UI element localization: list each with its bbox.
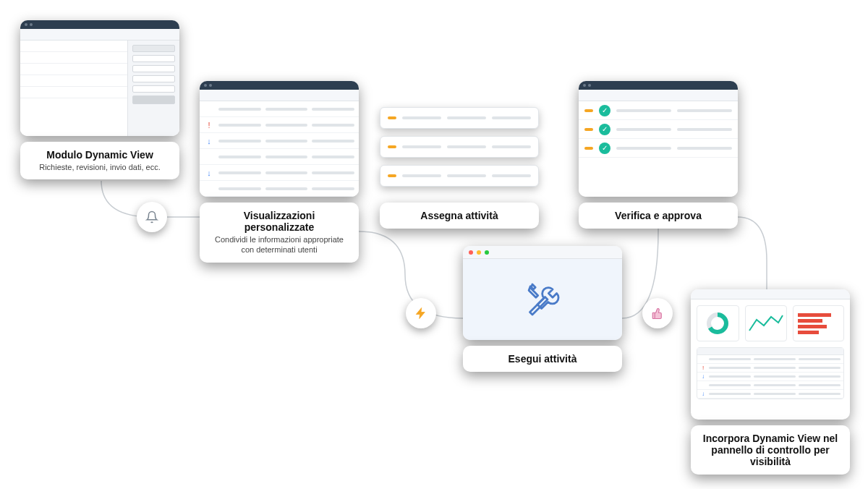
task-slice: [380, 136, 539, 158]
embedded-sheet: ! ↓ ↓: [697, 347, 844, 399]
verify-title: Verifica e approva: [589, 210, 728, 221]
embed-title: Incorpora Dynamic View nel pannello di c…: [701, 433, 840, 467]
step-embed-dashboard: ! ↓ ↓: [691, 289, 850, 420]
step-custom-views: ! ↓ ↓: [200, 81, 359, 197]
dashboard-mock-window: ! ↓ ↓: [691, 289, 850, 420]
check-icon: ✓: [599, 105, 610, 116]
views-subtitle: Condividi le informazioni appropriate co…: [210, 234, 349, 255]
step-assign-label: Assegna attività: [380, 203, 539, 229]
tools-icon: [517, 274, 568, 325]
bar-chart-widget: [793, 305, 844, 341]
step-verify: ✓ ✓ ✓: [579, 81, 738, 197]
views-title: Visualizzazioni personalizzate: [210, 210, 349, 233]
verify-mock-window: ✓ ✓ ✓: [579, 81, 738, 197]
svg-rect-0: [652, 312, 655, 318]
task-slice: [380, 107, 539, 129]
module-subtitle: Richieste, revisioni, invio dati, ecc.: [30, 162, 169, 172]
assign-title: Assegna attività: [390, 210, 529, 221]
thumbs-up-icon: [642, 298, 673, 328]
module-title: Modulo Dynamic View: [30, 149, 169, 161]
execute-mock-window: [463, 246, 622, 340]
step-execute-label: Esegui attività: [463, 346, 622, 372]
step-module: [20, 20, 179, 136]
step-execute: [463, 246, 622, 340]
module-mock-window: [20, 20, 179, 136]
step-module-label: Modulo Dynamic View Richieste, revisioni…: [20, 142, 179, 179]
step-views-label: Visualizzazioni personalizzate Condividi…: [200, 203, 359, 263]
line-chart-widget: [745, 305, 788, 341]
side-panel: [127, 41, 179, 136]
views-mock-window: ! ↓ ↓: [200, 81, 359, 197]
execute-title: Esegui attività: [473, 353, 612, 365]
task-slice: [380, 165, 539, 187]
bell-icon: [137, 202, 167, 232]
step-assign: [380, 107, 539, 187]
bolt-icon: [406, 298, 436, 328]
donut-chart-widget: [697, 305, 739, 341]
step-verify-label: Verifica e approva: [579, 203, 738, 229]
check-icon: ✓: [599, 124, 610, 135]
check-icon: ✓: [599, 143, 610, 154]
step-embed-label: Incorpora Dynamic View nel pannello di c…: [691, 425, 850, 475]
